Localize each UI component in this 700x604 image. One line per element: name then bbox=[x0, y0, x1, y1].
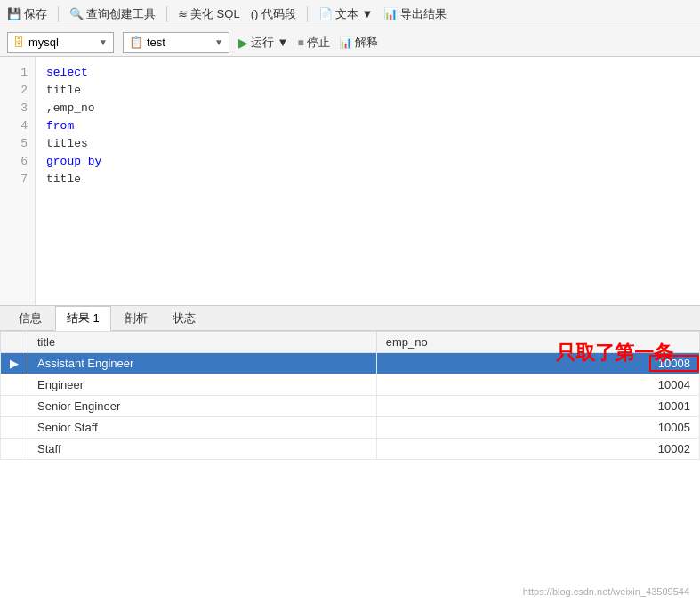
db-selector[interactable]: 🗄 mysql ▼ bbox=[7, 32, 114, 53]
bottom-area: 信息结果 1剖析状态 titleemp_noAssistant Engineer… bbox=[0, 306, 700, 604]
cell-emp-no: 10002 bbox=[376, 439, 699, 460]
query-builder-button[interactable]: 🔍 查询创建工具 bbox=[69, 6, 156, 22]
toolbar-row2: 🗄 mysql ▼ 📋 test ▼ ▶ 运行 ▼ ■ 停止 📊 解释 bbox=[0, 28, 700, 57]
line-numbers: 1234567 bbox=[0, 57, 36, 305]
table-row[interactable]: Engineer10004 bbox=[1, 374, 700, 396]
table-row[interactable]: Assistant Engineer10008 bbox=[1, 353, 700, 374]
beautify-icon: ≋ bbox=[178, 7, 188, 20]
table-icon: 📋 bbox=[129, 36, 143, 49]
cell-emp-no: 10005 bbox=[376, 417, 699, 439]
cell-emp-no: 10001 bbox=[376, 396, 699, 417]
run-button[interactable]: ▶ 运行 ▼ bbox=[238, 35, 288, 51]
row-indicator bbox=[1, 374, 28, 396]
sql-editor[interactable]: 1234567 select title ,emp_no from titles… bbox=[0, 57, 700, 306]
row-indicator bbox=[1, 353, 28, 374]
cell-title: Senior Engineer bbox=[28, 396, 377, 417]
editor-content[interactable]: select title ,emp_no from titles group b… bbox=[36, 57, 700, 305]
explain-icon: 📊 bbox=[339, 36, 352, 49]
col-header-title: title bbox=[28, 332, 377, 353]
beautify-sql-button[interactable]: ≋ 美化 SQL bbox=[178, 6, 240, 22]
tab-信息[interactable]: 信息 bbox=[7, 306, 53, 331]
table-row[interactable]: Staff10002 bbox=[1, 439, 700, 460]
cell-emp-no: 10008 bbox=[376, 353, 699, 374]
row-indicator bbox=[1, 396, 28, 417]
export-button[interactable]: 📊 导出结果 bbox=[383, 6, 447, 22]
save-icon: 💾 bbox=[7, 7, 21, 20]
stop-button[interactable]: ■ 停止 bbox=[297, 35, 329, 51]
tab-结果-1[interactable]: 结果 1 bbox=[55, 306, 111, 331]
tab-状态[interactable]: 状态 bbox=[161, 306, 207, 331]
text-button[interactable]: 📄 文本 ▼ bbox=[318, 6, 373, 22]
cell-title: Staff bbox=[28, 439, 377, 460]
results-table: titleemp_noAssistant Engineer10008Engine… bbox=[0, 331, 700, 460]
table-row[interactable]: Senior Staff10005 bbox=[1, 417, 700, 439]
code-snippet-button[interactable]: () 代码段 bbox=[251, 6, 296, 22]
cell-emp-no: 10004 bbox=[376, 374, 699, 396]
table-selector[interactable]: 📋 test ▼ bbox=[123, 32, 229, 53]
toolbar-row1: 💾 保存 🔍 查询创建工具 ≋ 美化 SQL () 代码段 📄 文本 ▼ 📊 导… bbox=[0, 0, 700, 28]
stop-icon: ■ bbox=[297, 36, 303, 49]
db-dropdown-arrow: ▼ bbox=[99, 37, 108, 47]
watermark: https://blog.csdn.net/weixin_43509544 bbox=[523, 586, 689, 597]
table-dropdown-arrow: ▼ bbox=[214, 37, 223, 47]
file-icon: 📄 bbox=[318, 7, 333, 20]
result-tabs: 信息结果 1剖析状态 bbox=[0, 306, 700, 331]
col-header-emp_no: emp_no bbox=[376, 332, 699, 353]
save-button[interactable]: 💾 保存 bbox=[7, 6, 47, 22]
run-icon: ▶ bbox=[238, 36, 248, 50]
table-row[interactable]: Senior Engineer10001 bbox=[1, 396, 700, 417]
row-indicator bbox=[1, 439, 28, 460]
separator1 bbox=[58, 6, 59, 22]
explain-button[interactable]: 📊 解释 bbox=[339, 35, 378, 51]
row-indicator bbox=[1, 417, 28, 439]
db-icon: 🗄 bbox=[13, 36, 25, 49]
separator2 bbox=[166, 6, 167, 22]
results-container: titleemp_noAssistant Engineer10008Engine… bbox=[0, 331, 700, 604]
query-builder-icon: 🔍 bbox=[69, 7, 84, 20]
tab-剖析[interactable]: 剖析 bbox=[113, 306, 159, 331]
export-icon: 📊 bbox=[383, 7, 398, 20]
cell-title: Assistant Engineer bbox=[28, 353, 377, 374]
separator3 bbox=[307, 6, 308, 22]
cell-title: Senior Staff bbox=[28, 417, 377, 439]
cell-title: Engineer bbox=[28, 374, 377, 396]
